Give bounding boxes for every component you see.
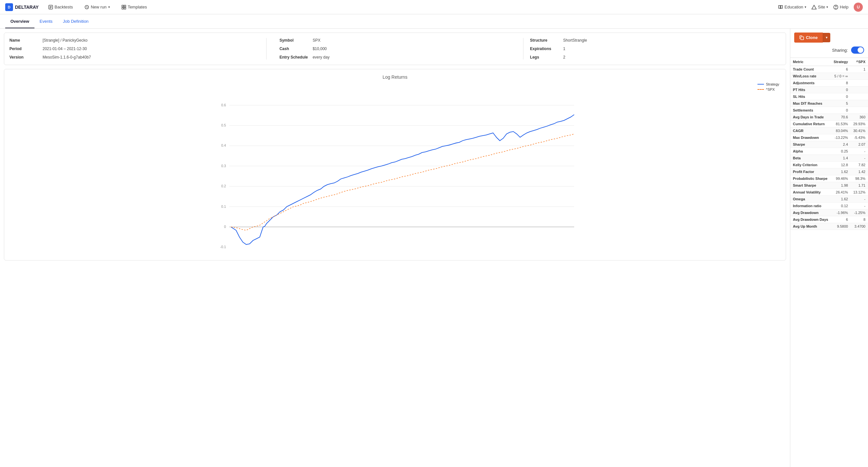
- new-run-chevron-icon: ▾: [108, 5, 110, 9]
- clone-label: Clone: [806, 35, 817, 40]
- svg-rect-6: [124, 5, 126, 7]
- navbar: D DELTARAY Backtests New run ▾ Templates…: [0, 0, 868, 14]
- entry-schedule-value: every day: [313, 55, 330, 60]
- metric-strategy: -1.96%: [831, 209, 850, 216]
- metric-strategy: 0: [831, 93, 850, 100]
- chart-container: Log Returns Strategy ^SPX: [4, 69, 786, 261]
- table-row: Annual Volatility 26.41% 13.12%: [790, 189, 868, 196]
- info-card: Name [Strangle] / PanickyGecko Period 20…: [4, 32, 786, 65]
- table-row: Probabilistic Sharpe 99.46% 98.3%: [790, 175, 868, 182]
- svg-text:0.2: 0.2: [221, 184, 226, 188]
- tab-job-definition[interactable]: Job Definition: [58, 15, 94, 28]
- clone-button-wrapper: Clone ▾: [794, 32, 864, 42]
- table-row: Max Drawdown -13.22% -5.43%: [790, 134, 868, 141]
- new-run-nav[interactable]: New run ▾: [83, 3, 112, 11]
- metric-strategy: 26.41%: [831, 189, 850, 196]
- table-row: Cumulative Return 81.53% 29.93%: [790, 121, 868, 127]
- structure-label: Structure: [530, 38, 559, 42]
- brand-icon: D: [5, 3, 13, 11]
- toggle-knob: [858, 47, 863, 53]
- info-structure: Structure ShortStrangle: [530, 38, 780, 42]
- metric-spx: 8: [850, 216, 868, 223]
- table-row: Adjustments 8: [790, 80, 868, 87]
- svg-point-11: [836, 8, 836, 8]
- table-row: Avg Up Month 9.5800 3.4700: [790, 223, 868, 230]
- metric-spx: [850, 80, 868, 87]
- metric-name: Avg Drawdown Days: [790, 216, 831, 223]
- expirations-value: 1: [563, 47, 565, 51]
- period-label: Period: [9, 47, 39, 51]
- clone-button[interactable]: Clone: [794, 32, 823, 42]
- table-row: Kelly Criterion 12.8 7.82: [790, 162, 868, 169]
- table-row: Max DIT Reaches 5: [790, 100, 868, 107]
- history-icon: [85, 5, 89, 9]
- table-row: Alpha 0.25 -: [790, 148, 868, 155]
- tabs-bar: Overview Events Job Definition: [0, 14, 868, 29]
- sharing-toggle[interactable]: [851, 47, 864, 54]
- chart-legend: Strategy ^SPX: [757, 82, 779, 91]
- table-row: Settlements 0: [790, 107, 868, 114]
- clone-icon: [799, 35, 804, 40]
- legend-spx: ^SPX: [757, 87, 779, 91]
- svg-text:0: 0: [224, 225, 226, 229]
- templates-nav[interactable]: Templates: [120, 3, 149, 11]
- legend-strategy-label: Strategy: [766, 82, 779, 86]
- table-row: Avg Days in Trade 70.6 360: [790, 114, 868, 121]
- brand-name: DELTARAY: [15, 5, 39, 10]
- help-button[interactable]: Help: [833, 5, 848, 10]
- site-label: Site: [818, 5, 825, 9]
- metric-spx: 29.93%: [850, 121, 868, 127]
- log-returns-chart: 0 0.2 0.3 0.4 0.5 0.6 0.1 -0.1: [9, 85, 780, 254]
- metric-spx: 1.42: [850, 169, 868, 175]
- metric-spx: 7.82: [850, 162, 868, 169]
- version-value: MesoSim-1.1.6-0-g7ab40b7: [42, 55, 91, 60]
- backtests-icon: [49, 5, 53, 9]
- metric-spx: [850, 93, 868, 100]
- site-dropdown[interactable]: Site ▾: [811, 5, 828, 10]
- info-symbol: Symbol SPX: [280, 38, 517, 42]
- metric-name: Smart Sharpe: [790, 182, 831, 189]
- metric-name: CAGR: [790, 127, 831, 134]
- metric-name: Information ratio: [790, 203, 831, 209]
- metric-strategy: 81.53%: [831, 121, 850, 127]
- metric-spx: -: [850, 203, 868, 209]
- metrics-header-row: Metric Strategy ^SPX: [790, 58, 868, 66]
- svg-text:0.6: 0.6: [221, 104, 226, 107]
- metric-spx: [850, 100, 868, 107]
- structure-value: ShortStrangle: [563, 38, 587, 42]
- right-top: Clone ▾ Sharing:: [790, 29, 868, 58]
- info-cash: Cash $10,000: [280, 47, 517, 51]
- metric-name: Annual Volatility: [790, 189, 831, 196]
- metric-spx: -: [850, 196, 868, 203]
- metric-spx: -5.43%: [850, 134, 868, 141]
- metric-spx: -: [850, 155, 868, 162]
- metric-name: Alpha: [790, 148, 831, 155]
- navbar-right: Education ▾ Site ▾ Help U: [778, 3, 863, 12]
- version-label: Version: [9, 55, 39, 60]
- left-content: Name [Strangle] / PanickyGecko Period 20…: [0, 29, 790, 467]
- metric-strategy: 0.12: [831, 203, 850, 209]
- svg-rect-5: [122, 5, 124, 7]
- metric-name: Settlements: [790, 107, 831, 114]
- name-label: Name: [9, 38, 39, 42]
- avatar[interactable]: U: [854, 3, 863, 12]
- spx-line-icon: [757, 89, 764, 90]
- brand-logo: D DELTARAY: [5, 3, 39, 11]
- metric-name: PT Hits: [790, 87, 831, 93]
- education-dropdown[interactable]: Education ▾: [778, 5, 806, 10]
- backtests-nav[interactable]: Backtests: [46, 3, 75, 11]
- metric-name: Kelly Criterion: [790, 162, 831, 169]
- clone-dropdown-button[interactable]: ▾: [823, 33, 830, 42]
- metric-strategy: -13.22%: [831, 134, 850, 141]
- metric-name: SL Hits: [790, 93, 831, 100]
- metric-strategy: 6: [831, 216, 850, 223]
- site-chevron-icon: ▾: [827, 5, 828, 9]
- table-row: Omega 1.62 -: [790, 196, 868, 203]
- tab-events[interactable]: Events: [34, 15, 58, 28]
- triangle-icon: [811, 5, 817, 10]
- info-col1: Name [Strangle] / PanickyGecko Period 20…: [9, 38, 267, 60]
- metric-name: Win/Loss rate: [790, 73, 831, 80]
- legend-spx-label: ^SPX: [766, 87, 775, 91]
- tab-overview[interactable]: Overview: [5, 15, 34, 28]
- svg-text:0.5: 0.5: [221, 124, 226, 127]
